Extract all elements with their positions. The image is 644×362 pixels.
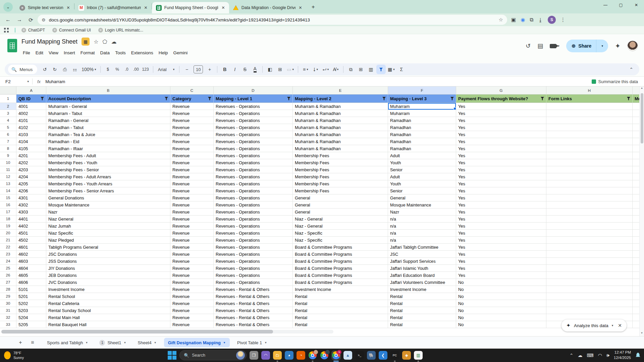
cell[interactable]: 4203 (16, 166, 46, 173)
cell[interactable]: Ramadhan (388, 124, 456, 131)
cell[interactable]: Revenues - Operations (214, 244, 293, 251)
cell[interactable]: Yes (456, 173, 546, 180)
cell[interactable] (546, 194, 633, 201)
cell[interactable]: 4401 (16, 216, 46, 223)
cell[interactable] (546, 131, 633, 138)
wifi-icon[interactable]: ◠ (598, 353, 602, 358)
cell[interactable]: 4104 (16, 138, 46, 145)
cell[interactable] (546, 272, 633, 279)
cell[interactable] (546, 230, 633, 237)
filter-views-icon[interactable]: ▦▾ (386, 65, 396, 74)
cell[interactable]: Revenues - Operations (214, 117, 293, 124)
all-sheets-icon[interactable]: ≡ (28, 338, 38, 348)
zoom-select[interactable]: 100%▾ (80, 65, 97, 74)
cell[interactable]: No (456, 307, 546, 314)
browser-tab-4[interactable]: Data Migration - Google Drive✕ (229, 2, 306, 13)
cell[interactable]: Revenues - Operations (214, 272, 293, 279)
cell[interactable]: Revenue (170, 251, 214, 258)
cell[interactable]: Revenues - Operations (214, 265, 293, 272)
cell[interactable]: Yes (456, 265, 546, 272)
clipchamp-icon[interactable]: ◠ (261, 351, 270, 360)
cell[interactable]: 5201 (16, 293, 46, 300)
extensions-puzzle-icon[interactable]: ⧉ (530, 17, 533, 23)
sheet-tab-5[interactable]: Pivot Table 1▼ (233, 338, 271, 347)
cell[interactable]: Revenue (170, 216, 214, 223)
cell[interactable]: Muharram - General (46, 103, 170, 110)
font-size-increase[interactable]: + (205, 65, 214, 74)
column-filter-icon[interactable] (541, 97, 544, 100)
cell[interactable]: JSS Donations (46, 258, 170, 265)
cell[interactable]: Membership Fees - Adult (46, 152, 170, 159)
cell[interactable]: Revenues - Operations (214, 187, 293, 194)
column-filter-icon[interactable] (450, 97, 454, 100)
meet-video-icon[interactable]: ▾ (550, 44, 559, 48)
cell[interactable]: Rental (388, 314, 456, 321)
header-cell[interactable]: QB ID (16, 95, 46, 103)
row-number[interactable]: 12 (0, 173, 16, 180)
cell[interactable]: Revenues - Rental & Others (214, 314, 293, 321)
menu-file[interactable]: File (20, 49, 33, 57)
postgresql-icon[interactable]: 🐘 (367, 351, 376, 360)
row-number[interactable]: 20 (0, 230, 16, 237)
row-number[interactable]: 5 (0, 124, 16, 131)
cell[interactable]: Revenues - Operations (214, 223, 293, 230)
cell[interactable]: Rental (388, 307, 456, 314)
cell[interactable]: Revenue (170, 201, 214, 208)
cell[interactable]: Membership Fees - Adult Arrears (46, 173, 170, 180)
cell[interactable]: Yes (456, 180, 546, 187)
cell[interactable]: No (456, 321, 546, 328)
number-format-5[interactable]: 123 (141, 65, 150, 74)
tab-close-icon[interactable]: ✕ (144, 5, 148, 10)
browser-tab-3[interactable]: Fund Mapping Sheet - Google S✕ (152, 2, 229, 13)
cell[interactable]: 4001 (16, 103, 46, 110)
cell[interactable]: Board & Committee Programs (293, 258, 388, 265)
fill-color-icon[interactable]: ◧ (265, 65, 275, 74)
vertical-scrollbar[interactable]: ▲ ▼ (639, 86, 644, 336)
create-filter-icon[interactable] (376, 65, 386, 74)
row-number[interactable]: 6 (0, 131, 16, 138)
chrome-active-icon[interactable]: S (332, 351, 340, 360)
cell[interactable]: Revenues - Operations (214, 173, 293, 180)
add-sheet-icon[interactable]: + (15, 338, 25, 348)
text-color-icon[interactable]: A (250, 65, 260, 74)
row-number[interactable]: 9 (0, 152, 16, 159)
downloads-icon[interactable]: ⭳ (538, 17, 543, 23)
sheet-tab-dropdown-icon[interactable]: ▼ (124, 341, 126, 344)
cell[interactable] (546, 258, 633, 265)
cell[interactable]: Rental Sunday School (46, 307, 170, 314)
cell[interactable] (546, 124, 633, 131)
cell[interactable] (546, 138, 633, 145)
menu-view[interactable]: View (46, 49, 61, 57)
cell[interactable]: Ramadhan (388, 138, 456, 145)
cell[interactable]: Niaz - Specific (293, 237, 388, 244)
cell[interactable]: Revenues - Operations (214, 237, 293, 244)
cell[interactable]: 4202 (16, 159, 46, 166)
cell[interactable]: Rental (388, 321, 456, 328)
cell[interactable]: No (456, 300, 546, 307)
back-icon[interactable]: ← (3, 15, 13, 24)
file-explorer-icon[interactable]: 🗀 (273, 351, 282, 360)
vscode-icon[interactable]: ❮ (379, 351, 387, 360)
cell[interactable]: 4205 (16, 180, 46, 187)
cell[interactable]: Muharram & Ramadhan (293, 117, 388, 124)
row-number[interactable]: 19 (0, 223, 16, 230)
cell[interactable]: Yes (456, 216, 546, 223)
summarize-data-button[interactable]: Summarize this data (592, 79, 644, 84)
keyboard-icon[interactable]: ⌨ (587, 353, 594, 358)
cell[interactable] (546, 223, 633, 230)
cell[interactable]: Rental (293, 300, 388, 307)
cell[interactable]: Niaz Specific (46, 230, 170, 237)
cell[interactable] (546, 159, 633, 166)
cell[interactable]: Membership Fees (293, 180, 388, 187)
row-number[interactable]: 22 (0, 244, 16, 251)
row-number[interactable]: 17 (0, 208, 16, 216)
tab-close-icon[interactable]: ✕ (66, 5, 71, 10)
browser-profile-avatar[interactable]: S (548, 16, 556, 24)
cell[interactable]: JSC (388, 251, 456, 258)
cell[interactable]: Revenues - Operations (214, 251, 293, 258)
cell[interactable]: Revenues - Operations (214, 103, 293, 110)
cell[interactable]: Muharram & Ramadhan (293, 110, 388, 117)
cell[interactable]: 4206 (16, 187, 46, 194)
cell[interactable]: 5101 (16, 286, 46, 293)
address-bar[interactable]: ⚙ docs.google.com/spreadsheets/d/1YKUD35… (38, 15, 507, 25)
